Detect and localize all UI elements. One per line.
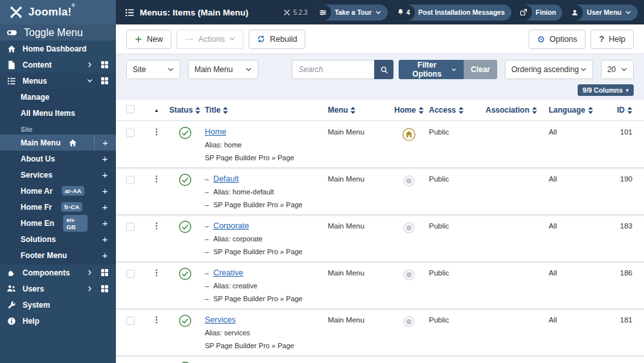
sidebar-item-menus[interactable]: Menus	[0, 73, 116, 89]
table-body: ⋮ Home Alias: home SP Page Builder Pro »…	[116, 121, 644, 363]
sliders-icon	[315, 5, 331, 21]
menu-item-title-link[interactable]: Services	[205, 315, 236, 324]
sidebar-menu-entry[interactable]: Services +	[0, 167, 116, 183]
sidebar-item-system[interactable]: System	[0, 297, 116, 313]
menu-item-title-link[interactable]: Default	[213, 174, 239, 183]
new-button[interactable]: New	[126, 30, 171, 49]
dashboard-grid-icon[interactable]	[100, 284, 109, 293]
column-header-title[interactable]: Title	[205, 106, 328, 115]
columns-toggle-button[interactable]: 9/9 Columns ▾	[578, 84, 634, 96]
user-icon	[567, 5, 583, 21]
user-menu-button[interactable]: User Menu	[567, 5, 638, 21]
take-a-tour-button[interactable]: Take a Tour	[315, 5, 388, 21]
caret-down-icon: ▾	[626, 88, 629, 93]
sidebar-menu-entry[interactable]: Solutions +	[0, 231, 116, 247]
home-unset-icon[interactable]	[402, 174, 415, 187]
add-menu-item-button[interactable]: +	[94, 247, 116, 263]
sidebar-menu-entry[interactable]: Home En en-GB +	[0, 215, 116, 231]
menu-entry-label: Footer Menu	[21, 251, 67, 260]
toggle-menu-button[interactable]: Toggle Menu	[0, 24, 116, 41]
column-header-language[interactable]: Language	[549, 106, 599, 115]
sidebar-menu-entry[interactable]: Main Menu +	[0, 135, 116, 151]
menu-entry-label: Home Ar	[21, 187, 53, 196]
search-input[interactable]	[292, 60, 374, 79]
menu-item-title-link[interactable]: Home	[205, 127, 226, 136]
add-menu-item-button[interactable]: +	[94, 167, 116, 183]
chevron-down-icon	[451, 67, 457, 73]
column-header-id[interactable]: ID	[599, 106, 632, 115]
status-published-icon[interactable]	[178, 126, 192, 140]
sidebar-menu-entry[interactable]: Footer Menu +	[0, 247, 116, 263]
drag-handle-icon[interactable]: ⋮	[148, 127, 165, 136]
sidebar-menu-entry[interactable]: Home Fr fr-CA +	[0, 199, 116, 215]
add-menu-item-button[interactable]: +	[94, 135, 116, 151]
list-limit-select[interactable]: 20	[601, 60, 634, 79]
bell-icon: 4	[392, 5, 415, 21]
add-menu-item-button[interactable]: +	[94, 151, 116, 167]
options-button[interactable]: ⚙ Options	[529, 30, 586, 49]
menu-cell: Main Menu	[328, 127, 389, 136]
sidebar-menu-entry[interactable]: About Us +	[0, 151, 116, 167]
add-menu-item-button[interactable]: +	[94, 231, 116, 247]
sidebar-item-home-dashboard[interactable]: Home Dashboard	[0, 41, 116, 57]
row-checkbox[interactable]	[126, 176, 135, 184]
status-published-icon[interactable]	[178, 173, 192, 187]
filter-options-button[interactable]: Filter Options	[399, 60, 464, 79]
menu-item-title-link[interactable]: Corporate	[213, 221, 249, 230]
column-header-access[interactable]: Access	[429, 106, 486, 115]
sidebar-item-users[interactable]: Users	[0, 281, 116, 297]
preview-site-button[interactable]: Finion	[516, 5, 563, 21]
language-cell: All	[549, 174, 599, 183]
add-menu-item-button[interactable]: +	[94, 215, 116, 231]
sidebar-item-manage[interactable]: Manage	[0, 89, 116, 105]
status-published-icon[interactable]	[178, 314, 192, 328]
menu-item-title-link[interactable]: Creative	[213, 268, 243, 277]
dashboard-grid-icon[interactable]	[100, 268, 109, 277]
row-checkbox[interactable]	[126, 317, 135, 325]
row-checkbox[interactable]	[126, 270, 135, 278]
menu-items-table: ▲ Status Title Menu Home	[116, 100, 644, 363]
add-menu-item-button[interactable]: +	[94, 199, 116, 215]
clear-button[interactable]: Clear	[464, 60, 497, 79]
help-button[interactable]: ? Help	[591, 30, 634, 49]
rebuild-button[interactable]: Rebuild	[249, 30, 305, 49]
toolbar: New ⋯ Actions Rebuild ⚙ Options ?	[116, 24, 644, 54]
actions-button[interactable]: ⋯ Actions	[176, 30, 243, 49]
sidebar-item-all-menu-items[interactable]: All Menu Items	[0, 105, 116, 121]
status-published-icon[interactable]	[178, 220, 192, 234]
access-cell: Public	[429, 315, 486, 324]
menu-select[interactable]: Main Menu	[188, 60, 259, 79]
sidebar-item-help[interactable]: Help	[0, 313, 116, 329]
drag-handle-icon[interactable]: ⋮	[148, 315, 165, 324]
sidebar-menu-entry[interactable]: Home Ar ar-AA +	[0, 183, 116, 199]
drag-handle-icon[interactable]: ⋮	[148, 221, 165, 230]
ordering-select[interactable]: Ordering ascending	[505, 60, 593, 79]
home-unset-icon[interactable]	[402, 268, 415, 281]
column-header-home[interactable]: Home	[389, 106, 429, 115]
column-header-status[interactable]: Status	[165, 106, 205, 115]
table-row: ⋮ Services Alias: services SP Page Build…	[116, 309, 644, 356]
access-cell: Public	[429, 221, 486, 230]
default-home-icon	[68, 138, 77, 147]
site-select[interactable]: Site	[126, 60, 180, 79]
status-published-icon[interactable]	[178, 267, 192, 281]
post-installation-messages-button[interactable]: 4 Post Installation Messages	[392, 5, 511, 21]
logo-bar[interactable]: Joomla!®	[0, 0, 116, 24]
ordering-caret-icon[interactable]: ▲	[154, 107, 159, 113]
drag-handle-icon[interactable]: ⋮	[148, 174, 165, 183]
search-button[interactable]	[374, 60, 393, 79]
home-default-icon[interactable]	[402, 127, 416, 142]
row-checkbox[interactable]	[126, 223, 135, 231]
select-all-checkbox[interactable]	[126, 105, 135, 113]
column-header-association[interactable]: Association	[486, 106, 549, 115]
dashboard-grid-icon[interactable]	[100, 77, 109, 85]
home-unset-icon[interactable]	[402, 221, 415, 234]
sidebar-item-content[interactable]: Content	[0, 57, 116, 73]
sidebar-item-components[interactable]: Components	[0, 265, 116, 281]
row-checkbox[interactable]	[126, 129, 135, 137]
add-menu-item-button[interactable]: +	[94, 183, 116, 199]
home-unset-icon[interactable]	[402, 315, 415, 328]
dashboard-grid-icon[interactable]	[100, 60, 109, 69]
column-header-menu[interactable]: Menu	[328, 106, 389, 115]
drag-handle-icon[interactable]: ⋮	[148, 268, 165, 277]
